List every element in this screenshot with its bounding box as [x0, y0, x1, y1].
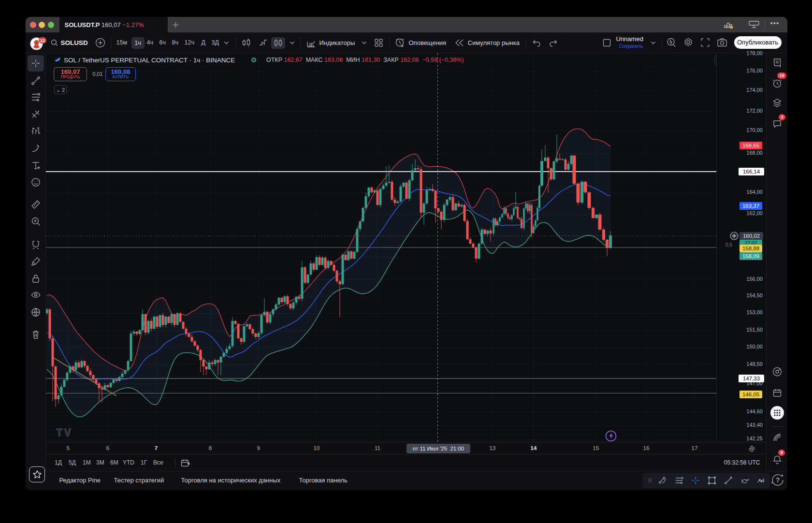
svg-text:?: ? [776, 476, 780, 484]
svg-text:12: 12 [40, 38, 44, 43]
